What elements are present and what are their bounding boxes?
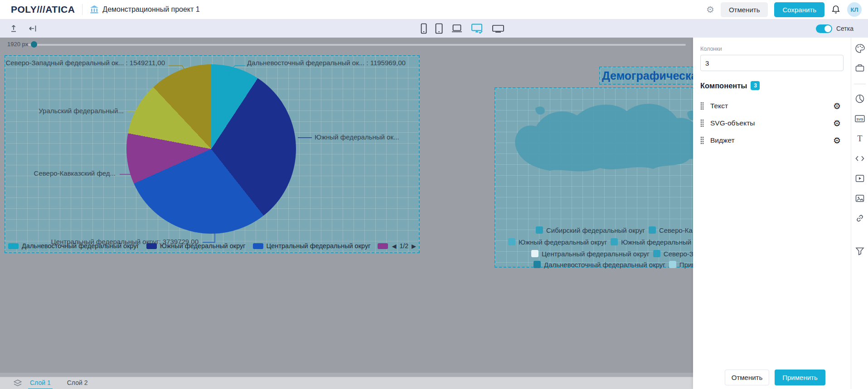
panel-cancel-button[interactable]: Отменить bbox=[725, 370, 769, 385]
pager-prev-icon[interactable]: ◀ bbox=[392, 243, 397, 250]
notifications-bell-icon[interactable] bbox=[831, 5, 841, 14]
legend-label: Южный федеральный ок bbox=[621, 238, 693, 246]
component-row[interactable]: Текст⚙ bbox=[700, 97, 844, 115]
widget-type-strip: SVG T bbox=[851, 38, 868, 389]
legend-label: Южный федеральный округ bbox=[519, 238, 607, 246]
component-row[interactable]: Виджет⚙ bbox=[700, 132, 844, 149]
map-legend-item[interactable]: Южный федеральный ок bbox=[611, 238, 693, 246]
text-tool-icon[interactable]: T bbox=[854, 133, 865, 144]
top-bar: POLY///ATICA Демонстрационный проект 1 ⚙… bbox=[0, 0, 868, 19]
user-avatar[interactable]: КЛ bbox=[847, 2, 862, 17]
tab-layer-1[interactable]: Слой 1 bbox=[28, 377, 53, 389]
tab-layer-2[interactable]: Слой 2 bbox=[65, 377, 90, 389]
component-gear-icon[interactable]: ⚙ bbox=[833, 136, 841, 145]
pie-callout-label: Северо-Кавказский фед... bbox=[34, 169, 116, 177]
laptop-device-icon[interactable] bbox=[451, 24, 463, 34]
columns-input[interactable] bbox=[700, 55, 844, 71]
settings-gear-icon[interactable]: ⚙ bbox=[706, 5, 714, 14]
polymatica-logo: POLY///ATICA bbox=[11, 4, 75, 15]
pie-callout-label: Южный федеральный ок... bbox=[315, 133, 399, 141]
settings-panel: Колонки Компоненты 3 Текст⚙SVG-объекты⚙В… bbox=[693, 38, 851, 389]
pie-chart[interactable] bbox=[126, 64, 296, 234]
legend-swatch bbox=[536, 226, 543, 234]
component-gear-icon[interactable]: ⚙ bbox=[833, 119, 841, 128]
desktop-device-icon-selected[interactable] bbox=[471, 23, 484, 34]
map-legend-item[interactable]: Южный федеральный округ bbox=[508, 238, 607, 246]
container-icon[interactable] bbox=[854, 63, 865, 74]
component-label: Виджет bbox=[710, 136, 735, 144]
zoom-slider-track[interactable] bbox=[28, 44, 686, 46]
pie-chart-widget[interactable]: Северо-Западный федеральный ок... : 1549… bbox=[5, 55, 420, 253]
component-row[interactable]: SVG-объекты⚙ bbox=[700, 115, 844, 132]
drag-handle-icon[interactable] bbox=[700, 119, 704, 127]
pager-page-label: 1/2 bbox=[400, 242, 408, 250]
drag-handle-icon[interactable] bbox=[700, 136, 704, 144]
pie-legend-item[interactable]: Дальневосточный федеральный округ bbox=[8, 242, 139, 250]
filter-funnel-icon[interactable] bbox=[854, 245, 865, 256]
map-legend-item[interactable]: Северо-З bbox=[653, 250, 693, 258]
tablet-device-icon[interactable] bbox=[435, 23, 443, 34]
map-legend-item[interactable]: Сибирский федеральный округ bbox=[536, 226, 645, 234]
legend-swatch bbox=[611, 238, 618, 245]
editor-toolbar: Сетка bbox=[0, 19, 868, 38]
legend-swatch bbox=[253, 243, 263, 249]
project-title: Демонстрационный проект 1 bbox=[102, 5, 199, 14]
component-label: Текст bbox=[710, 102, 728, 110]
svg-object-icon[interactable]: SVG bbox=[854, 113, 865, 124]
component-label: SVG-объекты bbox=[710, 119, 755, 127]
legend-swatch bbox=[533, 261, 541, 268]
legend-label: Дальневосточный федеральный округ bbox=[544, 261, 665, 269]
pie-legend-item[interactable]: Центральный федеральный округ bbox=[253, 242, 371, 250]
pie-legend-item[interactable]: Южный федеральный округ bbox=[146, 242, 246, 250]
map-legend-item[interactable]: Северо-Кав bbox=[649, 226, 693, 234]
phone-device-icon[interactable] bbox=[421, 23, 427, 34]
map-legend-item[interactable]: Центральный федеральный округ bbox=[531, 250, 650, 258]
legend-swatch bbox=[378, 243, 388, 249]
code-icon[interactable] bbox=[854, 153, 865, 164]
legend-label: Прив bbox=[679, 261, 693, 269]
device-preview-switcher bbox=[421, 19, 504, 38]
dashboard-title-text: Демографическая bbox=[600, 69, 693, 82]
russia-map-shape bbox=[508, 95, 693, 221]
pager-next-icon[interactable]: ▶ bbox=[412, 243, 416, 250]
chart-icon[interactable] bbox=[854, 93, 865, 104]
map-legend-row: Центральный федеральный округСеверо-З bbox=[531, 249, 693, 258]
pie-legend-item[interactable]: Северо-Кавказс bbox=[378, 242, 390, 250]
legend-swatch bbox=[8, 243, 19, 249]
panel-apply-button[interactable]: Применить bbox=[775, 370, 825, 385]
map-legend-row: Южный федеральный округЮжный федеральный… bbox=[508, 237, 693, 246]
app-window: POLY///ATICA Демонстрационный проект 1 ⚙… bbox=[0, 0, 868, 389]
map-legend-item[interactable]: Прив bbox=[669, 261, 693, 269]
map-widget[interactable]: Сибирский федеральный округСеверо-КавЮжн… bbox=[495, 87, 693, 268]
legend-swatch bbox=[146, 243, 157, 249]
text-title-widget[interactable]: Демографическая bbox=[599, 67, 693, 85]
components-list: Текст⚙SVG-объекты⚙Виджет⚙ bbox=[700, 97, 844, 149]
pie-legend: Дальневосточный федеральный округЮжный ф… bbox=[8, 241, 390, 251]
tv-device-icon[interactable] bbox=[492, 24, 504, 33]
save-button[interactable]: Сохранить bbox=[774, 2, 824, 17]
zoom-slider-handle[interactable] bbox=[31, 41, 37, 48]
map-legend-row: Дальневосточный федеральный округПрив bbox=[533, 260, 693, 269]
map-legend-item[interactable]: Дальневосточный федеральный округ bbox=[533, 261, 665, 269]
dashboard-canvas[interactable]: 1920 px Северо-Западный федеральный ок..… bbox=[0, 38, 693, 389]
columns-label: Колонки bbox=[700, 46, 844, 52]
legend-swatch bbox=[669, 261, 676, 268]
link-icon[interactable] bbox=[854, 213, 865, 224]
horizontal-scrollbar[interactable] bbox=[0, 373, 693, 377]
legend-swatch bbox=[508, 238, 515, 245]
video-icon[interactable] bbox=[854, 173, 865, 184]
palette-icon[interactable] bbox=[854, 43, 865, 54]
svg-text:T: T bbox=[857, 134, 862, 143]
upload-icon[interactable] bbox=[9, 24, 18, 33]
legend-label: Дальневосточный федеральный округ bbox=[22, 242, 139, 250]
cancel-button[interactable]: Отменить bbox=[721, 2, 768, 17]
grid-toggle-label: Сетка bbox=[836, 25, 853, 32]
grid-toggle[interactable] bbox=[816, 24, 832, 33]
legend-label: Центральный федеральный округ bbox=[267, 242, 371, 250]
svg-text:SVG: SVG bbox=[856, 118, 863, 121]
layers-icon[interactable] bbox=[14, 379, 22, 387]
drag-handle-icon[interactable] bbox=[700, 102, 704, 110]
indent-left-icon[interactable] bbox=[28, 24, 38, 33]
image-icon[interactable] bbox=[854, 193, 865, 204]
component-gear-icon[interactable]: ⚙ bbox=[833, 102, 841, 110]
